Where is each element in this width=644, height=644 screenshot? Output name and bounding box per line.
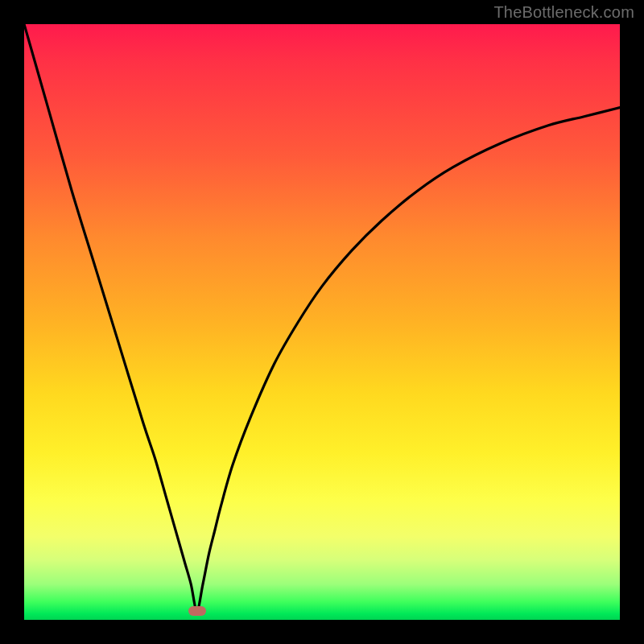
bottleneck-curve <box>24 24 620 620</box>
plot-area <box>24 24 620 620</box>
curve-path <box>24 24 620 611</box>
watermark-text: TheBottleneck.com <box>493 3 634 22</box>
chart-frame: TheBottleneck.com <box>0 0 644 644</box>
optimal-point-marker <box>188 606 206 616</box>
